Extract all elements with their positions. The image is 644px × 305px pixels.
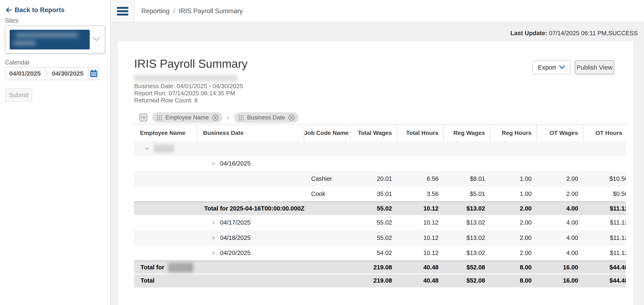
total-hours-value: 6.56: [397, 171, 444, 186]
reg-hours-value: 8.00: [490, 274, 537, 287]
payroll-table-container: Employee Name Business Date Job Code Nam…: [134, 125, 626, 288]
report-card: IRIS Payroll Summary Business Date: 04/0…: [118, 41, 633, 305]
redacted-employee-name: [154, 144, 174, 153]
ot-wages-value: 16.00: [537, 274, 583, 287]
reg-wages-value: $52.08: [444, 261, 490, 274]
sites-label: Sites: [5, 17, 18, 24]
grouping-settings-button[interactable]: [139, 113, 148, 122]
grand-total-label: Total: [134, 277, 350, 284]
ot-wages-value: 4.00: [537, 246, 583, 261]
total-wages-value: 55.02: [350, 215, 397, 230]
export-button[interactable]: Export: [532, 60, 571, 74]
ot-wages-value: 2.00: [537, 186, 583, 202]
hamburger-icon: [117, 5, 128, 17]
business-date-line: Business Date: 04/01/2025 - 04/30/2025: [134, 82, 243, 90]
business-date-value: 04/17/2025: [220, 219, 250, 226]
sites-select[interactable]: [5, 25, 105, 54]
menu-button[interactable]: [111, 0, 134, 22]
reg-wages-value: $8.01: [444, 171, 490, 186]
table-row-date: 04/20/2025 54.02 10.12 $13.02 2.00 4.00 …: [134, 246, 626, 261]
column-header-job-code-name[interactable]: Job Code Name: [304, 125, 350, 141]
calendar-icon: [89, 69, 98, 78]
last-update-status: Last Update: 07/14/2025 06:11 PM,SUCCESS: [510, 30, 638, 37]
total-wages-value: 54.02: [350, 246, 397, 261]
breadcrumb-reporting[interactable]: Reporting: [141, 7, 170, 15]
group-chip-business-date[interactable]: Business Date: [234, 112, 299, 123]
group-chip-employee-name[interactable]: Employee Name: [152, 112, 222, 123]
date-total-label: Total for 2025-04-16T00:00:00.000Z: [197, 205, 350, 212]
back-to-reports-label: Back to Reports: [15, 6, 64, 14]
breadcrumb-separator: /: [173, 7, 175, 15]
calendar-picker-button[interactable]: [89, 69, 99, 78]
collapse-row-icon[interactable]: [210, 161, 216, 167]
range-chevron-icon: [44, 67, 48, 80]
column-header-ot-hours[interactable]: OT Hours: [583, 125, 626, 141]
column-header-ot-wages[interactable]: OT Wages: [537, 125, 583, 141]
arrow-left-icon: [6, 7, 12, 13]
table-row-grand-total: Total 219.08 40.48 $52.08 8.00 16.00 $44…: [134, 274, 626, 287]
export-label: Export: [538, 64, 556, 71]
total-hours-value: 10.12: [397, 215, 444, 230]
group-chip-label: Business Date: [247, 114, 285, 121]
reg-hours-value: 8.00: [490, 261, 537, 274]
total-wages-value: 35.01: [350, 186, 397, 202]
remove-group-icon[interactable]: [288, 114, 295, 121]
ot-hours-value: $44.48: [583, 274, 626, 287]
expand-row-icon[interactable]: [210, 220, 216, 226]
column-header-reg-hours[interactable]: Reg Hours: [490, 125, 537, 141]
table-row-employee-total: Total for 219.08 40.48 $52.08 8.00 16.00…: [134, 261, 626, 274]
reg-hours-value: 1.00: [490, 171, 537, 186]
expand-row-icon[interactable]: [210, 235, 216, 241]
column-header-employee-name[interactable]: Employee Name: [134, 125, 197, 141]
back-to-reports-link[interactable]: Back to Reports: [6, 6, 64, 14]
payroll-table: Employee Name Business Date Job Code Nam…: [134, 125, 626, 288]
row-count-line: Returned Row Count: 8: [134, 97, 243, 104]
ot-wages-value: 16.00: [537, 261, 583, 274]
ot-hours-value: $44.48: [583, 261, 626, 274]
drag-handle-icon[interactable]: [156, 115, 162, 121]
table-row-date-total: Total for 2025-04-16T00:00:00.000Z 55.02…: [134, 202, 626, 215]
breadcrumb-current-page: IRIS Payroll Summary: [179, 7, 243, 15]
business-date-value: 04/16/2025: [220, 160, 250, 167]
ot-wages-value: 4.00: [537, 230, 583, 246]
date-range-picker: [5, 67, 99, 80]
total-hours-value: 3.56: [397, 186, 444, 202]
ot-hours-value: $11.12: [583, 246, 626, 261]
reg-wages-value: $5.01: [444, 186, 490, 202]
table-row-job: Cook 35.01 3.56 $5.01 1.00 2.00 $0.56: [134, 186, 626, 202]
table-row-date: 04/18/2025 55.02 10.12 $13.02 2.00 4.00 …: [134, 230, 626, 246]
expand-row-icon[interactable]: [210, 250, 216, 256]
column-header-total-hours[interactable]: Total Hours: [397, 125, 444, 141]
reg-wages-value: $52.08: [444, 274, 490, 287]
total-hours-value: 10.12: [397, 246, 444, 261]
publish-view-button[interactable]: Publish View: [575, 60, 614, 74]
redacted-site-text: [13, 41, 36, 45]
breadcrumb: Reporting / IRIS Payroll Summary: [134, 0, 243, 22]
column-header-business-date[interactable]: Business Date: [197, 125, 304, 141]
topbar: Reporting / IRIS Payroll Summary: [111, 0, 644, 23]
redacted-site-name: [134, 75, 237, 82]
reg-wages-value: $13.02: [444, 230, 490, 246]
column-header-total-wages[interactable]: Total Wages: [350, 125, 397, 141]
submit-button[interactable]: Submit: [5, 88, 32, 102]
filters-sidebar: Back to Reports Sites Calendar: [0, 0, 111, 305]
reg-hours-value: 2.00: [490, 202, 537, 215]
reg-wages-value: $13.02: [444, 215, 490, 230]
reg-hours-value: 2.00: [490, 215, 537, 230]
total-wages-value: 219.08: [350, 261, 397, 274]
start-date-input[interactable]: [6, 70, 44, 77]
reg-hours-value: 2.00: [490, 230, 537, 246]
job-code-value: Cashier: [304, 175, 350, 182]
ot-wages-value: 4.00: [537, 202, 583, 215]
table-row-employee-group: [134, 141, 626, 156]
publish-view-label: Publish View: [576, 64, 612, 71]
remove-group-icon[interactable]: [212, 114, 219, 121]
table-row-date: 04/16/2025: [134, 156, 626, 171]
collapse-row-icon[interactable]: [144, 146, 150, 151]
ot-hours-value: $11.12: [583, 215, 626, 230]
reg-hours-value: 1.00: [490, 186, 537, 202]
column-header-reg-wages[interactable]: Reg Wages: [444, 125, 490, 141]
end-date-input[interactable]: [48, 70, 87, 77]
ot-hours-value: $0.56: [583, 186, 626, 202]
drag-handle-icon[interactable]: [238, 115, 244, 121]
